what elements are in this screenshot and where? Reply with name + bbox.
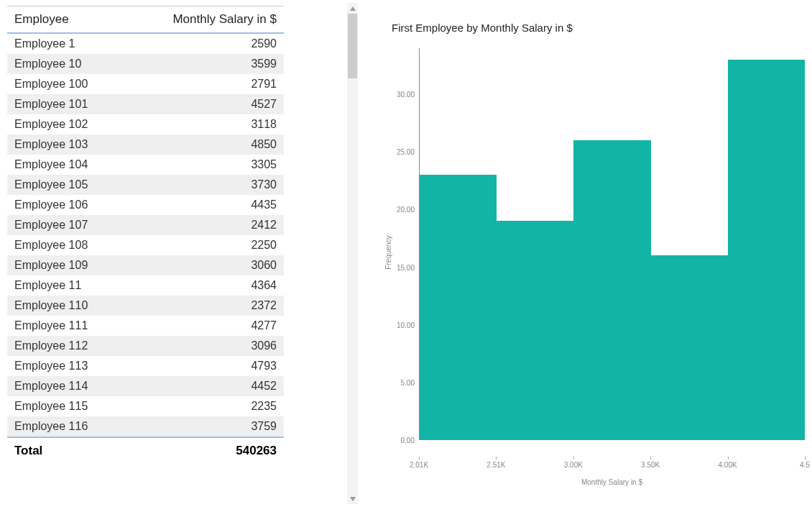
table-row[interactable]: Employee 1023118 [7, 114, 284, 134]
y-tick-label: 20.00 [397, 206, 415, 214]
cell-employee: Employee 105 [7, 175, 115, 195]
cell-salary: 3118 [115, 114, 284, 134]
column-header-salary[interactable]: Monthly Salary in $ [115, 6, 284, 32]
cell-employee: Employee 1 [7, 34, 115, 54]
cell-salary: 2250 [115, 235, 284, 255]
table-row[interactable]: Employee 1102372 [7, 296, 284, 316]
total-value: 540263 [115, 438, 284, 464]
table-header: Employee Monthly Salary in $ [7, 6, 284, 34]
cell-employee: Employee 10 [7, 54, 115, 74]
cell-employee: Employee 108 [7, 235, 115, 255]
table-row[interactable]: Employee 114364 [7, 275, 284, 296]
total-label: Total [7, 438, 115, 464]
cell-salary: 4850 [115, 134, 284, 155]
y-tick-label: 30.00 [397, 91, 415, 99]
histogram-bar[interactable] [651, 255, 728, 439]
svg-marker-1 [350, 497, 356, 501]
histogram-bar[interactable] [728, 60, 805, 439]
table-row[interactable]: Employee 1014527 [7, 94, 284, 114]
table-row[interactable]: Employee 1053730 [7, 175, 284, 195]
x-tick-label: 2.51K [486, 461, 505, 469]
x-tick-label: 4.00K [719, 461, 737, 469]
table-row[interactable]: Employee 1114277 [7, 316, 284, 336]
table-row[interactable]: Employee 1144452 [7, 376, 284, 396]
cell-employee: Employee 114 [7, 376, 115, 396]
scroll-down-arrow-icon[interactable] [347, 493, 358, 504]
cell-salary: 2791 [115, 74, 284, 94]
cell-salary: 4364 [115, 275, 284, 296]
cell-employee: Employee 101 [7, 94, 115, 114]
y-tick-label: 5.00 [401, 378, 415, 386]
cell-salary: 4793 [115, 356, 284, 376]
table-row[interactable]: Employee 1123096 [7, 336, 284, 356]
y-tick-label: 0.00 [401, 437, 415, 444]
table-row[interactable]: Employee 1082250 [7, 235, 284, 255]
cell-salary: 2590 [115, 34, 284, 54]
table-row[interactable]: Employee 12590 [7, 34, 284, 54]
table-row[interactable]: Employee 1002791 [7, 74, 284, 94]
cell-salary: 3096 [115, 336, 284, 356]
histogram-bar[interactable] [497, 221, 573, 439]
cell-employee: Employee 116 [7, 416, 115, 437]
cell-salary: 3759 [115, 416, 284, 437]
cell-salary: 4277 [115, 316, 284, 336]
cell-salary: 3305 [115, 155, 284, 175]
cell-employee: Employee 111 [7, 316, 115, 336]
table-row[interactable]: Employee 1034850 [7, 134, 284, 155]
x-tick-label: 3.50K [641, 461, 660, 469]
y-tick-label: 25.00 [397, 148, 415, 156]
scroll-up-arrow-icon[interactable] [347, 3, 358, 14]
x-axis-label: Monthly Salary in $ [581, 478, 642, 486]
table-row[interactable]: Employee 1093060 [7, 255, 284, 275]
cell-employee: Employee 112 [7, 336, 115, 356]
cell-salary: 3599 [115, 54, 284, 74]
column-header-employee[interactable]: Employee [7, 6, 115, 32]
x-tick-label: 3.00K [564, 461, 583, 469]
cell-salary: 3730 [115, 175, 284, 195]
y-tick-label: 10.00 [397, 321, 415, 329]
y-tick-label: 15.00 [397, 263, 415, 271]
cell-employee: Employee 104 [7, 155, 115, 175]
cell-employee: Employee 110 [7, 296, 115, 316]
salary-table[interactable]: Employee Monthly Salary in $ Employee 12… [7, 6, 284, 464]
table-total-row: Total 540263 [7, 437, 284, 464]
table-row[interactable]: Employee 1072412 [7, 215, 284, 235]
table-row[interactable]: Employee 1064435 [7, 195, 284, 215]
cell-salary: 2412 [115, 215, 284, 235]
cell-employee: Employee 103 [7, 134, 115, 155]
cell-salary: 3060 [115, 255, 284, 275]
cell-employee: Employee 102 [7, 114, 115, 134]
scrollbar-thumb[interactable] [348, 14, 357, 78]
cell-employee: Employee 113 [7, 356, 115, 376]
table-row[interactable]: Employee 103599 [7, 54, 284, 74]
cell-salary: 4435 [115, 195, 284, 215]
histogram-bar[interactable] [420, 175, 497, 439]
x-tick-label: 4.5 [800, 461, 810, 469]
table-row[interactable]: Employee 1152235 [7, 396, 284, 416]
cell-salary: 4527 [115, 94, 284, 114]
table-scrollbar[interactable] [347, 3, 358, 504]
x-tick-label: 2.01K [410, 461, 428, 469]
cell-salary: 2372 [115, 296, 284, 316]
cell-employee: Employee 100 [7, 74, 115, 94]
cell-employee: Employee 109 [7, 255, 115, 275]
cell-salary: 4452 [115, 376, 284, 396]
chart-title: First Employee by Monthly Salary in $ [392, 22, 805, 34]
histogram-bar[interactable] [573, 140, 650, 439]
cell-employee: Employee 11 [7, 275, 115, 296]
table-row[interactable]: Employee 1043305 [7, 155, 284, 175]
table-row[interactable]: Employee 1163759 [7, 416, 284, 437]
table-row[interactable]: Employee 1134793 [7, 356, 284, 376]
histogram-chart[interactable]: Frequency 0.005.0010.0015.0020.0025.0030… [384, 48, 805, 457]
svg-marker-0 [350, 6, 356, 11]
cell-employee: Employee 107 [7, 215, 115, 235]
cell-salary: 2235 [115, 396, 284, 416]
cell-employee: Employee 106 [7, 195, 115, 215]
cell-employee: Employee 115 [7, 396, 115, 416]
